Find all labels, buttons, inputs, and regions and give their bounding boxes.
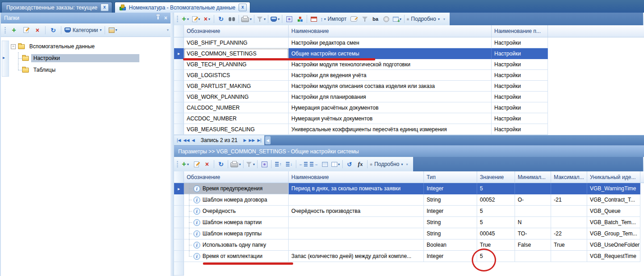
tree-node-label[interactable]: Настройки [31, 54, 139, 62]
import-button[interactable]: ↑ ▾ Импорт [319, 14, 348, 24]
cell-max[interactable]: -22 [551, 228, 587, 239]
cell-name[interactable]: Период в днях, за сколько помечать заявк… [289, 183, 424, 194]
cell-label[interactable]: iВремя от комплектации [184, 251, 289, 262]
edit-folder-button[interactable] [20, 25, 31, 35]
cell-min[interactable]: O- [515, 194, 551, 206]
table-row[interactable]: VGB_MEASURE_SCALING Универсальные коэффи… [174, 124, 644, 135]
nav-prev-button[interactable]: ◀ [192, 138, 195, 143]
table-row-selected[interactable]: ▸ VGB_COMMON_SETTINGS Общие настройки си… [174, 48, 644, 59]
cell-group[interactable]: Настройки [492, 124, 548, 135]
cell-name[interactable] [289, 194, 424, 206]
cell-max[interactable]: True [551, 239, 587, 251]
column-header-type[interactable]: Тип [424, 171, 477, 183]
cell-code[interactable]: VGB_MEASURE_SCALING [184, 124, 289, 135]
cell-uid[interactable]: VGB_Contract_T... [587, 194, 640, 206]
refresh-folders-button[interactable]: ↻ [48, 25, 59, 35]
column-header-name[interactable]: Наименование [289, 171, 424, 183]
toolbar-grip[interactable] [4, 27, 6, 34]
cell-code[interactable]: VGB_COMMON_SETTINGS [184, 48, 289, 59]
cell-name[interactable] [289, 239, 424, 251]
cell-max[interactable] [551, 251, 587, 262]
cell-min[interactable] [515, 206, 551, 217]
cell-label[interactable]: iВремя предупреждения [184, 183, 289, 194]
delete-param-button[interactable]: × [202, 159, 212, 169]
nav-next-page-button[interactable]: ▶▶ [249, 138, 255, 143]
table-row[interactable]: ACCDOC_NUMBER Нумерация учётных документ… [174, 113, 644, 124]
detail-dropdown[interactable]: * Подробно ▾ [369, 159, 404, 169]
toolbar-overflow[interactable]: ▾ [406, 162, 408, 166]
sort-desc-button[interactable]: ↓ [284, 159, 294, 169]
cell-name[interactable]: Универсальные коэффициенты пересчёта еди… [289, 124, 492, 135]
delete-folder-button[interactable]: × [32, 25, 43, 35]
cell-name[interactable] [289, 217, 424, 228]
refresh-params-button[interactable]: ↻ [216, 159, 226, 169]
cell-code[interactable]: VGB_WORK_PLANNING [184, 92, 289, 102]
cell-uid[interactable]: VGB_Batch_Tem... [587, 217, 640, 228]
column-header-value[interactable]: Значение [477, 171, 515, 183]
cell-label[interactable]: iИспользовать одну папку [184, 239, 289, 251]
cell-name[interactable]: Настройки для ведения учёта [289, 70, 492, 81]
toolbar-overflow[interactable]: ▾ [167, 28, 169, 32]
filter-params-dropdown[interactable]: ▾ [245, 159, 256, 169]
refresh-button[interactable]: ↻ [216, 14, 226, 24]
cell-group[interactable]: Настройки [492, 48, 548, 59]
cell-min[interactable]: False [515, 239, 551, 251]
cell-name[interactable]: Очерёдность производства [289, 206, 424, 217]
cell-name[interactable]: Нумерация учётных документов [289, 113, 492, 124]
cell-name[interactable]: Запас (количество дней) между датой комп… [289, 251, 424, 262]
cell-group[interactable]: Настройки [492, 113, 548, 124]
view-settings-dropdown[interactable]: ▾ [107, 25, 118, 35]
cell-label[interactable]: iШаблон номера договора [184, 194, 289, 206]
param-row[interactable]: iШаблон номера партии String 5 N VGB_Bat… [174, 217, 644, 228]
cell-code[interactable]: VGB_PARTLIST_MAKING [184, 81, 289, 92]
table-row[interactable]: VGB_TECH_PLANNING Настройки модуля техно… [174, 59, 644, 70]
sync-button[interactable]: ↺ [344, 159, 355, 169]
cell-uid[interactable]: VGB_WarningTime [587, 183, 640, 194]
scrollbar-left-arrow-icon[interactable]: ◀ [265, 136, 271, 144]
annotate-button[interactable] [349, 14, 359, 24]
close-icon[interactable]: × [164, 15, 167, 21]
table-view-button[interactable] [319, 159, 330, 169]
toolbar-overflow[interactable]: ▾ [443, 17, 445, 21]
tab-nomenclature[interactable]: Номенклатура - Вспомогательные данные x [115, 2, 250, 13]
cell-name[interactable]: Нумерация расчётных документов [289, 102, 492, 113]
column-chooser-dropdown[interactable]: ▾ [330, 159, 341, 169]
cell-min[interactable] [515, 183, 551, 194]
param-row[interactable]: iОчерёдность Очерёдность производства In… [174, 206, 644, 217]
cell-value[interactable]: 5 [477, 206, 515, 217]
nav-last-button[interactable]: ▶| [257, 138, 261, 143]
cell-type[interactable]: String [424, 217, 477, 228]
nav-next-button[interactable]: ▶ [244, 138, 247, 143]
column-header-uid[interactable]: Уникальный иде... [587, 171, 640, 183]
sort-asc-button[interactable]: ↑ [273, 159, 284, 169]
cell-uid[interactable]: VGB_Group_Tem... [587, 228, 640, 239]
param-row[interactable]: iШаблон номера группы String 00045 TO- -… [174, 228, 644, 239]
panel-splitter[interactable] [170, 13, 174, 276]
cell-type[interactable]: Boolean [424, 239, 477, 251]
cell-value[interactable]: 00052 [477, 194, 515, 206]
formula-button[interactable]: fx [355, 159, 366, 169]
close-icon[interactable]: x [239, 4, 247, 11]
param-row[interactable]: iИспользовать одну папку Boolean True Fa… [174, 239, 644, 251]
cell-code[interactable]: CALCDOC_NUMBER [184, 102, 289, 113]
column-header-parent[interactable]: Наименование п... [492, 25, 548, 37]
tree-node-tables[interactable]: Таблицы [1, 64, 170, 76]
column-header-name[interactable]: Наименование [289, 25, 492, 37]
cell-name[interactable]: Общие настройки системы [289, 48, 492, 59]
column-header-min[interactable]: Минимал... [515, 171, 551, 183]
cell-value[interactable]: 5 [477, 217, 515, 228]
cell-label[interactable]: iШаблон номера группы [184, 228, 289, 239]
column-header-code[interactable]: Обозначение [184, 25, 289, 37]
cell-min[interactable]: TO- [515, 228, 551, 239]
cell-group[interactable]: Настройки [492, 70, 548, 81]
cell-group[interactable]: Настройки [492, 37, 548, 48]
cell-max[interactable] [551, 206, 587, 217]
cell-code[interactable]: VGB_LOGISTICS [184, 70, 289, 81]
cell-code[interactable]: VGB_SHIFT_PLANNING [184, 37, 289, 48]
grid-report-button[interactable] [308, 14, 319, 24]
cell-name[interactable] [289, 228, 424, 239]
table-row[interactable]: VGB_PARTLIST_MAKING Настройки модуля опи… [174, 81, 644, 92]
horizontal-scrollbar[interactable]: ◀ [264, 135, 644, 145]
edit-record-dropdown[interactable]: ▾ [191, 14, 202, 24]
cell-name[interactable]: Настройки редактора смен [289, 37, 492, 48]
